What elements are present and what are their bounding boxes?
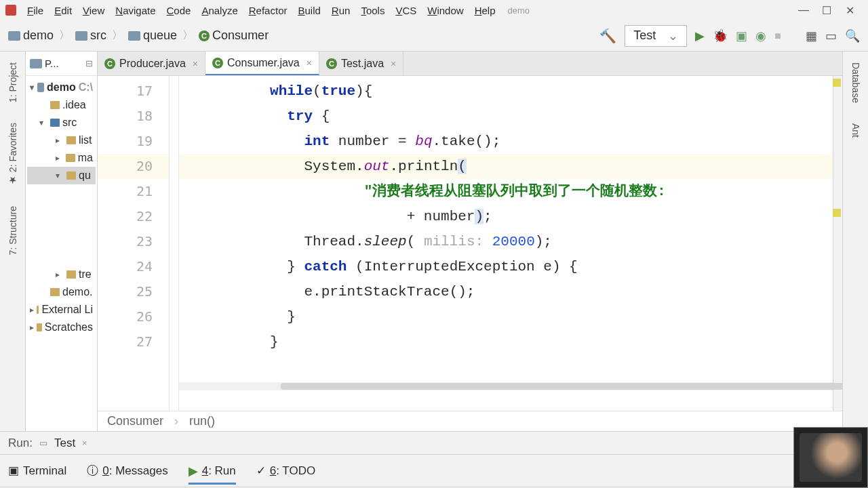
folder-icon — [75, 31, 87, 41]
menu-bar: FileEditViewNavigateCodeAnalyzeRefactorB… — [0, 0, 868, 20]
terminal-tab[interactable]: ▣ Terminal — [8, 464, 66, 478]
coverage-button[interactable]: ▣ — [736, 28, 747, 43]
todo-icon: ✓ — [256, 464, 266, 478]
ant-tool-tab[interactable]: Ant — [849, 118, 863, 143]
menu-item-edit[interactable]: Edit — [49, 2, 77, 19]
code-editor[interactable]: while(true){ try { int number = bq.take(… — [179, 76, 833, 411]
breadcrumb-queue[interactable]: queue — [128, 28, 177, 43]
run-config-icon: ▭ — [39, 438, 47, 448]
crumb-sep-icon: › — [174, 414, 178, 428]
editor-tab-row: CProducer.java×CConsumer.java×CTest.java… — [98, 52, 842, 76]
menu-project-name: demo — [508, 5, 530, 16]
run-config-name: Test — [54, 436, 75, 450]
chevron-right-icon: 〉 — [59, 28, 70, 43]
class-icon: C — [199, 30, 210, 41]
tree-root[interactable]: ▾demo C:\ — [27, 79, 96, 96]
close-icon[interactable]: × — [391, 58, 396, 69]
messages-icon: ⓘ — [87, 463, 98, 479]
navigation-bar: demo〉src〉queue〉CConsumer 🔨 Test ⌄ ▶ 🐞 ▣ … — [0, 20, 868, 52]
crumb-method[interactable]: run() — [189, 414, 215, 428]
debug-button[interactable]: 🐞 — [713, 28, 728, 43]
menu-item-file[interactable]: File — [22, 2, 49, 19]
run-tool-header: Run: ▭ Test × ⚙ — [0, 431, 868, 454]
breadcrumb-demo[interactable]: demo — [8, 28, 54, 43]
stop-button[interactable]: ■ — [774, 30, 781, 42]
menu-item-build[interactable]: Build — [292, 2, 326, 19]
menu-item-tools[interactable]: Tools — [355, 2, 390, 19]
messages-tab[interactable]: ⓘ 0: Messages — [87, 463, 167, 479]
close-button[interactable]: ✕ — [845, 5, 854, 15]
chevron-right-icon: 〉 — [182, 28, 193, 43]
structure-tool-tab[interactable]: 7: Structure — [6, 201, 20, 260]
menu-item-navigate[interactable]: Navigate — [110, 2, 161, 19]
run-label: Run: — [8, 436, 33, 450]
chevron-right-icon: 〉 — [112, 28, 123, 43]
editor-tab-producer[interactable]: CProducer.java× — [98, 52, 205, 75]
tree-node-list[interactable]: ▸list — [27, 131, 96, 149]
menu-item-run[interactable]: Run — [326, 2, 356, 19]
minimize-button[interactable]: — — [799, 5, 808, 15]
database-tool-tab[interactable]: Database — [849, 57, 863, 108]
maximize-button[interactable]: ☐ — [822, 5, 831, 15]
chevron-down-icon: ⌄ — [668, 28, 678, 43]
editor-tab-consumer[interactable]: CConsumer.java× — [205, 52, 319, 75]
search-everywhere-icon[interactable]: 🔍 — [845, 28, 860, 43]
left-tool-gutter: 1: Project ★2: Favorites 7: Structure — [0, 52, 26, 431]
webcam-overlay — [793, 427, 868, 488]
folder-icon — [8, 31, 20, 41]
hide-icon[interactable]: ⊟ — [85, 58, 93, 68]
crumb-class[interactable]: Consumer — [107, 414, 163, 428]
build-icon[interactable]: 🔨 — [599, 28, 616, 44]
menu-item-help[interactable]: Help — [469, 2, 501, 19]
project-tree-title: P... — [45, 58, 59, 69]
project-tree[interactable]: P... ⊟ ▾demo C:\.idea▾src▸list▸ma▾qu▸tre… — [26, 52, 98, 431]
todo-tab[interactable]: ✓ 6: TODO — [256, 464, 315, 478]
tree-node-idea[interactable]: .idea — [27, 96, 96, 114]
project-tool-tab[interactable]: 1: Project — [6, 57, 20, 108]
bottom-tool-tabs: ▣ Terminal ⓘ 0: Messages ▶ 4: Run ✓ 6: T… — [0, 454, 868, 487]
layout-icon[interactable]: ▭ — [825, 28, 837, 43]
right-tool-gutter: Database Ant — [842, 52, 868, 431]
menu-item-code[interactable]: Code — [161, 2, 197, 19]
close-icon[interactable]: × — [307, 58, 312, 68]
editor-breadcrumb: Consumer › run() — [98, 411, 842, 431]
terminal-icon: ▣ — [8, 464, 19, 478]
run-config-select[interactable]: Test ⌄ — [625, 25, 687, 47]
menu-item-vcs[interactable]: VCS — [390, 2, 422, 19]
class-icon: C — [104, 58, 115, 69]
close-icon[interactable]: × — [193, 58, 198, 69]
tree-node-tre[interactable]: ▸tre — [27, 266, 96, 283]
breadcrumb-consumer[interactable]: CConsumer — [199, 28, 269, 43]
class-icon: C — [326, 58, 337, 69]
menu-item-analyze[interactable]: Analyze — [196, 2, 243, 19]
folder-icon — [30, 59, 42, 68]
tree-node-ExternalLi[interactable]: ▸External Li — [27, 301, 96, 319]
play-icon: ▶ — [189, 464, 198, 479]
project-structure-icon[interactable]: ▦ — [806, 28, 817, 43]
tree-node-demo[interactable]: demo. — [27, 283, 96, 301]
editor-tab-test[interactable]: CTest.java× — [319, 52, 403, 75]
fold-gutter — [170, 76, 179, 411]
favorites-tool-tab[interactable]: ★2: Favorites — [6, 117, 20, 191]
tree-node-ma[interactable]: ▸ma — [27, 149, 96, 167]
folder-icon — [128, 31, 140, 41]
breadcrumb-src[interactable]: src — [75, 28, 106, 43]
app-icon — [5, 5, 16, 16]
menu-item-refactor[interactable]: Refactor — [243, 2, 293, 19]
close-icon[interactable]: × — [82, 438, 87, 448]
horizontal-scrollbar[interactable] — [179, 382, 833, 390]
class-icon: C — [212, 58, 223, 68]
error-stripe — [833, 76, 842, 411]
tree-node-src[interactable]: ▾src — [27, 114, 96, 131]
line-number-gutter: 1718192021222324252627 — [98, 76, 170, 411]
menu-item-window[interactable]: Window — [422, 2, 469, 19]
menu-item-view[interactable]: View — [77, 2, 110, 19]
profile-button[interactable]: ◉ — [755, 28, 766, 43]
run-button[interactable]: ▶ — [695, 28, 705, 43]
run-tab[interactable]: ▶ 4: Run — [189, 458, 236, 485]
tree-node-Scratches[interactable]: ▸Scratches — [27, 319, 96, 336]
tree-node-qu[interactable]: ▾qu — [27, 167, 96, 184]
run-config-label: Test — [633, 28, 656, 43]
